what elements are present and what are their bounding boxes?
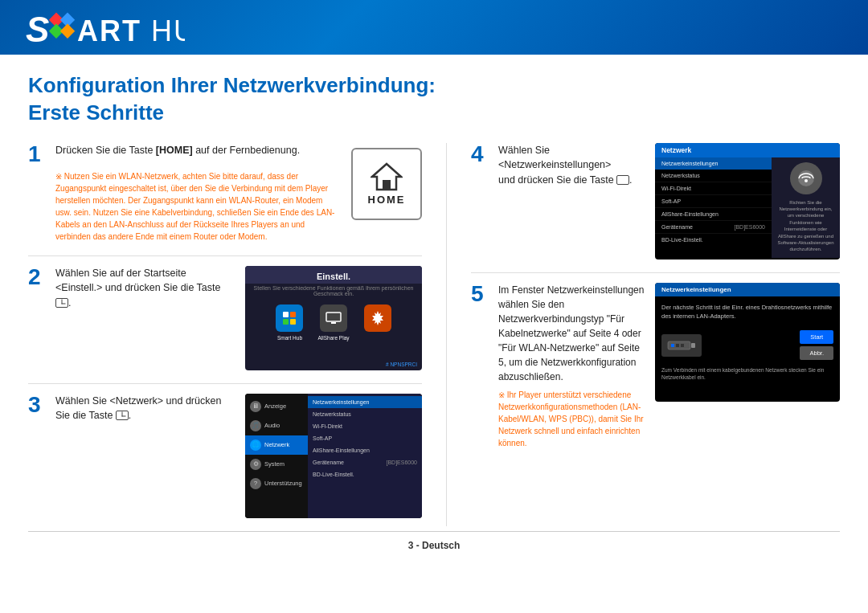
step-3-screen: 🖥 Anzeige 🎵 Audio 🌐 Netzwerk (245, 394, 422, 518)
logo: S ART HUB (24, 8, 185, 47)
step-1-number: 1 (28, 143, 49, 166)
step-3-desc: Wählen Sie <Netzwerk> und drücken Sie di… (55, 394, 235, 424)
step-1-image: HOME (351, 143, 422, 243)
svg-rect-19 (671, 344, 674, 347)
submenu-soft-ap: Soft-AP (308, 432, 422, 444)
home-svg-icon (371, 162, 403, 191)
step-1-text: 1 Drücken Sie die Taste [HOME] auf der F… (28, 143, 338, 243)
svg-rect-18 (691, 343, 695, 348)
step-4-text: 4 Wählen Sie<Netzwerkeinstellungen>und d… (471, 143, 645, 193)
step-3-number: 3 (28, 394, 49, 416)
steps-container: 1 Drücken Sie die Taste [HOME] auf der F… (28, 143, 840, 526)
netz-side-info: Richten Sie die Netzwerkverbindung ein, … (772, 157, 840, 258)
einstell-subtitle: Stellen Sie verschiedene Funktionen gemä… (245, 284, 422, 301)
netz-wifi-item: Wi-Fi-Direkt (655, 182, 772, 195)
main-content: Konfiguration Ihrer Netzwerkverbindung: … (0, 55, 868, 563)
menu-system: ⚙ System (245, 455, 308, 474)
netz-allshare-item: AllShare-Einstellungen (655, 208, 772, 221)
menu-netzwerk: 🌐 Netzwerk (245, 435, 308, 455)
netzeinst-footer-text: Zum Verbinden mit einem kabelgebundenen … (655, 366, 840, 386)
step-2-screen: Einstell. Stellen Sie verschiedene Funkt… (245, 266, 422, 370)
step-4-desc: Wählen Sie<Netzwerkeinstellungen>und drü… (498, 143, 633, 188)
einstell-icon-settings (364, 304, 391, 341)
page-title: Konfiguration Ihrer Netzwerkverbindung: … (28, 72, 840, 127)
svg-rect-9 (290, 312, 296, 317)
einstell-icon-smarthub: Smart Hub (276, 304, 303, 341)
step-1-desc: Drücken Sie die Taste [HOME] auf der Fer… (55, 143, 300, 158)
einstell-title: Einstell. (245, 266, 422, 284)
submenu-allshare: AllShare-Einstellungen (308, 444, 422, 456)
menu-unterstuetzung: ? Unterstützung (245, 474, 308, 493)
abbr-button[interactable]: Abbr. (800, 346, 833, 360)
submenu-netzwerkeinstellungen: Netzwerkeinstellungen (308, 396, 422, 408)
svg-rect-13 (331, 322, 336, 324)
svg-point-16 (805, 179, 808, 182)
step-2-desc: Wählen Sie auf der Startseite <Einstell.… (55, 266, 235, 311)
step-2-text: 2 Wählen Sie auf der Startseite <Einstel… (28, 266, 235, 316)
netz-bdlive-item: BD-Live-Einstell. (655, 234, 772, 246)
einstell-brand: # NPNSPRCI (386, 362, 417, 367)
footer: 3 - Deutsch (28, 531, 840, 551)
step-3-text: 3 Wählen Sie <Netzwerk> und drücken Sie … (28, 394, 235, 429)
netz-side-text: Richten Sie die Netzwerkverbindung ein, … (776, 199, 835, 253)
svg-rect-10 (283, 319, 289, 325)
step-4: 4 Wählen Sie<Netzwerkeinstellungen>und d… (471, 143, 840, 273)
lan-adapter-icon (661, 334, 702, 357)
step-2-number: 2 (28, 266, 49, 288)
submenu-bd-live: BD-Live-Einstell. (308, 468, 422, 480)
svg-point-15 (798, 170, 814, 186)
svg-rect-7 (383, 180, 391, 190)
step-5-note: ※ Ihr Player unterstützt verschiedene Ne… (498, 389, 645, 449)
submenu-wifi-direkt: Wi-Fi-Direkt (308, 420, 422, 432)
svg-rect-20 (676, 344, 679, 347)
step-4-number: 4 (471, 143, 492, 166)
home-label: HOME (368, 194, 406, 206)
home-icon-box: HOME (351, 148, 422, 220)
netz-einst-item: Netzwerkeinstellungen (655, 157, 772, 170)
netzeinst-body-text: Der nächste Schritt ist die Einr. eines … (655, 296, 840, 328)
einstell-icon-allshare: AllShare Play (317, 304, 349, 341)
submenu-netzwerkstatus: Netzwerkstatus (308, 408, 422, 420)
netz-geraet-item: Gerätename[BD]ES6000 (655, 221, 772, 234)
svg-rect-11 (290, 319, 296, 325)
svg-text:S: S (26, 10, 49, 47)
step-5: 5 Im Fenster Netzwerkeinstellungen wähle… (471, 283, 840, 457)
netz-status-item: Netzwerkstatus (655, 170, 772, 182)
step-1-note: ※ Nutzen Sie ein WLAN-Netzwerk, achten S… (55, 170, 338, 243)
svg-text:ART HUB: ART HUB (77, 14, 185, 47)
netz-softap-item: Soft-AP (655, 195, 772, 208)
submenu-geraetename: Gerätename[BD]ES6000 (308, 456, 422, 468)
step-5-number: 5 (471, 283, 492, 305)
svg-rect-21 (681, 344, 684, 347)
netzwerk-title: Netzwerk (655, 143, 840, 157)
step-1: 1 Drücken Sie die Taste [HOME] auf der F… (28, 143, 422, 256)
menu-anzeige: 🖥 Anzeige (245, 397, 308, 416)
menu-audio: 🎵 Audio (245, 416, 308, 435)
left-column: 1 Drücken Sie die Taste [HOME] auf der F… (28, 143, 422, 526)
svg-rect-8 (283, 312, 289, 317)
step-5-text: 5 Im Fenster Netzwerkeinstellungen wähle… (471, 283, 645, 449)
netzeinst-screen-title: Netzwerkeinstellungen (655, 283, 840, 296)
step-5-desc: Im Fenster Netzwerkeinstellungen wählen … (498, 283, 645, 384)
step-2: 2 Wählen Sie auf der Startseite <Einstel… (28, 266, 422, 384)
header: S ART HUB (0, 0, 868, 55)
footer-text: 3 - Deutsch (408, 540, 461, 551)
svg-rect-4 (60, 24, 75, 39)
netzeinst-buttons: Start Abbr. (800, 330, 833, 360)
svg-rect-12 (326, 313, 341, 321)
step-5-screen: Netzwerkeinstellungen Der nächste Schrit… (655, 283, 840, 402)
step-4-screen: Netzwerk Netzwerkeinstellungen Netzwerks… (655, 143, 840, 260)
step-3: 3 Wählen Sie <Netzwerk> und drücken Sie … (28, 394, 422, 526)
start-button[interactable]: Start (800, 330, 833, 344)
smart-hub-logo: S ART HUB (24, 8, 185, 47)
right-column: 4 Wählen Sie<Netzwerkeinstellungen>und d… (446, 143, 840, 526)
